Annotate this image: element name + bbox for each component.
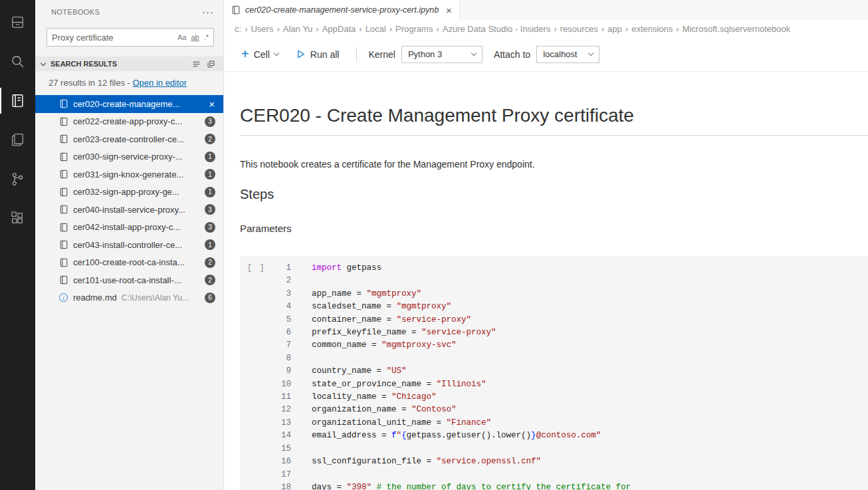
code-cell[interactable]: [ ] 1import getpass23app_name = "mgmtpro… bbox=[240, 256, 868, 490]
code-line[interactable]: 13organizational_unit_name = "Finance" bbox=[267, 417, 631, 429]
search-result-item[interactable]: cer032-sign-app-proxy-ge...1 bbox=[35, 184, 223, 201]
search-result-item[interactable]: cer020-create-manageme...× bbox=[35, 95, 223, 113]
code-line[interactable]: 18days = "398" # the number of days to c… bbox=[267, 481, 631, 490]
close-icon[interactable]: × bbox=[446, 5, 452, 15]
whole-word-icon[interactable]: ab bbox=[191, 33, 199, 41]
breadcrumb-item[interactable]: Microsoft.sqlservernotebook bbox=[683, 24, 791, 34]
match-count-badge: 1 bbox=[205, 187, 215, 197]
add-cell-button[interactable]: + Cell bbox=[241, 49, 278, 60]
search-result-item[interactable]: cer031-sign-knox-generate...1 bbox=[35, 166, 223, 184]
code-line[interactable]: 11locality_name = "Chicago" bbox=[267, 391, 631, 404]
parameters-heading: Parameters bbox=[240, 223, 868, 234]
match-count-badge: 3 bbox=[205, 222, 215, 233]
line-number: 11 bbox=[267, 391, 291, 404]
breadcrumb-separator-icon: › bbox=[389, 24, 392, 34]
more-actions-icon[interactable]: ··· bbox=[202, 9, 214, 15]
editor-tab[interactable]: cer020-create-management-service-proxy-c… bbox=[224, 0, 460, 20]
breadcrumb-item[interactable]: Azure Data Studio - Insiders bbox=[443, 24, 551, 34]
close-icon[interactable]: × bbox=[209, 99, 215, 109]
breadcrumb-item[interactable]: app bbox=[607, 24, 622, 34]
summary-separator: - bbox=[128, 78, 130, 88]
activity-bar-item-connections[interactable] bbox=[0, 3, 35, 42]
breadcrumb-item[interactable]: c: bbox=[235, 24, 241, 34]
code-line[interactable]: 9country_name = "US" bbox=[267, 365, 631, 378]
code-line[interactable]: 1import getpass bbox=[267, 262, 631, 275]
code-line[interactable]: 17 bbox=[267, 469, 631, 481]
search-result-item[interactable]: cer022-create-app-proxy-c...3 bbox=[35, 113, 223, 131]
line-number: 16 bbox=[267, 455, 291, 468]
search-result-item[interactable]: cer030-sign-service-proxy-...1 bbox=[35, 148, 223, 166]
search-result-item[interactable]: cer101-use-root-ca-install-...2 bbox=[35, 271, 223, 289]
results-count: 27 results in 12 files bbox=[49, 78, 125, 88]
activity-bar-item-extensions[interactable] bbox=[0, 199, 35, 238]
search-result-item[interactable]: cer043-install-controller-ce...1 bbox=[35, 236, 223, 254]
code-line[interactable]: 10state_or_province_name = "Illinois" bbox=[267, 378, 631, 391]
code-text: days = "398" # the number of days to cer… bbox=[291, 481, 631, 490]
code-line[interactable]: 12organization_name = "Contoso" bbox=[267, 404, 631, 416]
search-results-title: SEARCH RESULTS bbox=[51, 60, 117, 68]
code-line[interactable]: 6prefix_keyfile_name = "service-proxy" bbox=[267, 326, 631, 339]
notebooks-icon bbox=[9, 92, 26, 109]
match-count-badge: 6 bbox=[205, 293, 215, 303]
run-all-button[interactable]: Run all bbox=[296, 49, 340, 60]
code-line[interactable]: 2 bbox=[267, 275, 631, 287]
notebook-icon bbox=[58, 116, 68, 126]
activity-bar-item-search[interactable] bbox=[0, 42, 35, 81]
code-line[interactable]: 4scaledset_name = "mgmtproxy" bbox=[267, 301, 631, 313]
search-result-item[interactable]: ireadme.mdC:\Users\Alan Yu...6 bbox=[35, 289, 223, 307]
collapse-all-icon[interactable] bbox=[207, 60, 215, 68]
activity-bar-item-source-control[interactable] bbox=[0, 160, 35, 199]
code-text bbox=[291, 469, 312, 481]
code-text: organization_name = "Contoso" bbox=[291, 404, 457, 416]
notebook-description: This notebook creates a certificate for … bbox=[240, 159, 868, 170]
line-number: 18 bbox=[267, 481, 291, 490]
match-case-icon[interactable]: Aa bbox=[177, 33, 186, 41]
breadcrumb-item[interactable]: extensions bbox=[631, 24, 673, 34]
sidebar-title: NOTEBOOKS bbox=[51, 8, 100, 16]
result-file-name: cer030-sign-service-proxy-... bbox=[73, 152, 183, 162]
open-in-editor-link[interactable]: Open in editor bbox=[133, 78, 187, 88]
search-result-item[interactable]: cer100-create-root-ca-insta...2 bbox=[35, 254, 223, 272]
notebook-icon bbox=[58, 205, 68, 215]
search-result-item[interactable]: cer042-install-app-proxy-c...3 bbox=[35, 219, 223, 237]
code-line[interactable]: 8 bbox=[267, 352, 631, 365]
breadcrumb-item[interactable]: AppData bbox=[322, 24, 356, 34]
line-number: 6 bbox=[267, 326, 291, 339]
kernel-select[interactable]: Python 3 bbox=[401, 46, 483, 63]
breadcrumb-item[interactable]: Programs bbox=[395, 24, 433, 34]
result-file-name: cer040-install-service-proxy... bbox=[73, 205, 185, 215]
source-control-icon bbox=[9, 171, 26, 187]
code-text bbox=[291, 352, 312, 365]
chevron-down-icon bbox=[588, 51, 594, 56]
code-text: prefix_keyfile_name = "service-proxy" bbox=[291, 326, 496, 339]
match-count-badge: 2 bbox=[205, 257, 215, 268]
attach-to-select[interactable]: localhost bbox=[536, 46, 599, 63]
code-line[interactable]: 15 bbox=[267, 443, 631, 455]
search-results-header[interactable]: SEARCH RESULTS bbox=[35, 57, 223, 71]
code-editor[interactable]: 1import getpass23app_name = "mgmtproxy"4… bbox=[267, 262, 631, 490]
code-line[interactable]: 16ssl_configuration_file = "service.open… bbox=[267, 455, 631, 468]
code-line[interactable]: 3app_name = "mgmtproxy" bbox=[267, 288, 631, 301]
search-result-item[interactable]: cer023-create-controller-ce...2 bbox=[35, 130, 223, 148]
notebook-icon bbox=[231, 5, 241, 15]
notebook-title: CER020 - Create Management Proxy certifi… bbox=[240, 105, 868, 136]
breadcrumb-separator-icon: › bbox=[676, 24, 679, 34]
code-line[interactable]: 5container_name = "service-proxy" bbox=[267, 314, 631, 326]
breadcrumb-item[interactable]: Alan Yu bbox=[283, 24, 313, 34]
breadcrumb-item[interactable]: resources bbox=[560, 24, 598, 34]
search-result-item[interactable]: cer040-install-service-proxy...3 bbox=[35, 201, 223, 219]
breadcrumb-item[interactable]: Local bbox=[366, 24, 386, 34]
code-line[interactable]: 14email_address = f"{getpass.getuser().l… bbox=[267, 429, 631, 442]
result-file-name: cer100-create-root-ca-insta... bbox=[73, 257, 185, 267]
notebook-icon bbox=[58, 222, 68, 232]
notebook-icon bbox=[58, 170, 68, 180]
view-as-list-icon[interactable] bbox=[192, 60, 201, 68]
search-input[interactable] bbox=[52, 33, 173, 43]
activity-bar-item-notebooks[interactable] bbox=[0, 81, 35, 120]
regex-icon[interactable]: .* bbox=[204, 33, 209, 41]
activity-bar-item-explorer[interactable] bbox=[0, 120, 35, 160]
notebook-content: CER020 - Create Management Proxy certifi… bbox=[224, 72, 868, 490]
breadcrumb-item[interactable]: Users bbox=[251, 24, 273, 34]
notebook-icon bbox=[58, 134, 68, 144]
code-line[interactable]: 7common_name = "mgmtproxy-svc" bbox=[267, 339, 631, 352]
